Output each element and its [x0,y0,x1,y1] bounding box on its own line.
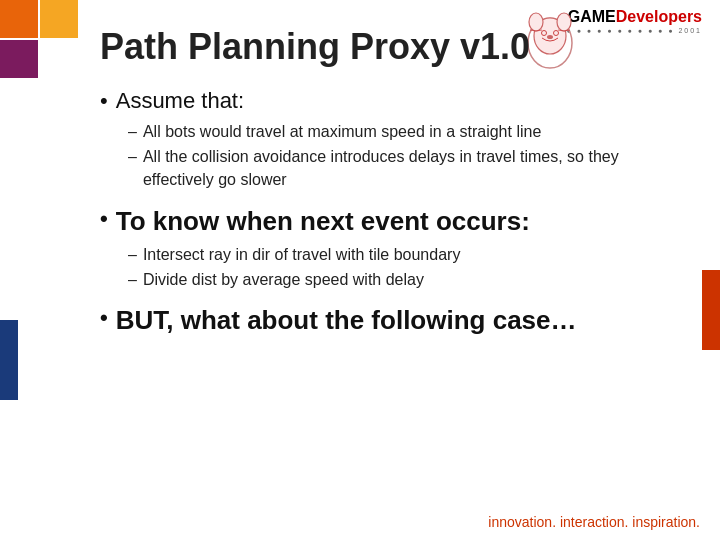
section-know: • To know when next event occurs: – Inte… [100,206,680,291]
sub-bullet-know-1-text: Intersect ray in dir of travel with tile… [143,243,460,266]
slide-content: Path Planning Proxy v1.0 • Assume that: … [80,0,700,510]
sub-bullet-know-2-text: Divide dist by average speed with delay [143,268,424,291]
dash-3: – [128,243,137,266]
bullet-know-text: To know when next event occurs: [116,206,530,237]
section-assume: • Assume that: – All bots would travel a… [100,88,680,192]
bullet-dot-2: • [100,206,108,232]
bullet-dot-1: • [100,88,108,114]
slide-title: Path Planning Proxy v1.0 [100,26,680,68]
dash-4: – [128,268,137,291]
bullet-assume: • Assume that: [100,88,680,114]
blue-left-block [0,320,18,400]
sub-bullet-know-2: – Divide dist by average speed with dela… [128,268,680,291]
sub-bullet-assume-1: – All bots would travel at maximum speed… [128,120,680,143]
bullet-know: • To know when next event occurs: [100,206,680,237]
yellow-block [40,0,78,38]
bullet-dot-3: • [100,305,108,331]
sub-bullet-assume-2: – All the collision avoidance introduces… [128,145,680,191]
bullet-but-text: BUT, what about the following case… [116,305,577,336]
bullet-assume-text: Assume that: [116,88,244,114]
orange-block [0,0,38,38]
footer: innovation. interaction. inspiration. [488,514,700,530]
bullet-but: • BUT, what about the following case… [100,305,680,336]
section-but: • BUT, what about the following case… [100,305,680,336]
dash-1: – [128,120,137,143]
sub-bullets-assume: – All bots would travel at maximum speed… [128,120,680,192]
left-accent-blocks [0,320,18,400]
sub-bullets-know: – Intersect ray in dir of travel with ti… [128,243,680,291]
sub-bullet-know-1: – Intersect ray in dir of travel with ti… [128,243,680,266]
footer-interaction: interaction. [560,514,628,530]
footer-innovation: innovation. [488,514,556,530]
sub-bullet-assume-2-text: All the collision avoidance introduces d… [143,145,680,191]
corner-decoration [0,0,80,80]
sub-bullet-assume-1-text: All bots would travel at maximum speed i… [143,120,541,143]
dash-2: – [128,145,137,168]
right-accent-block [702,270,720,350]
footer-inspiration: inspiration. [632,514,700,530]
purple-block [0,40,38,78]
